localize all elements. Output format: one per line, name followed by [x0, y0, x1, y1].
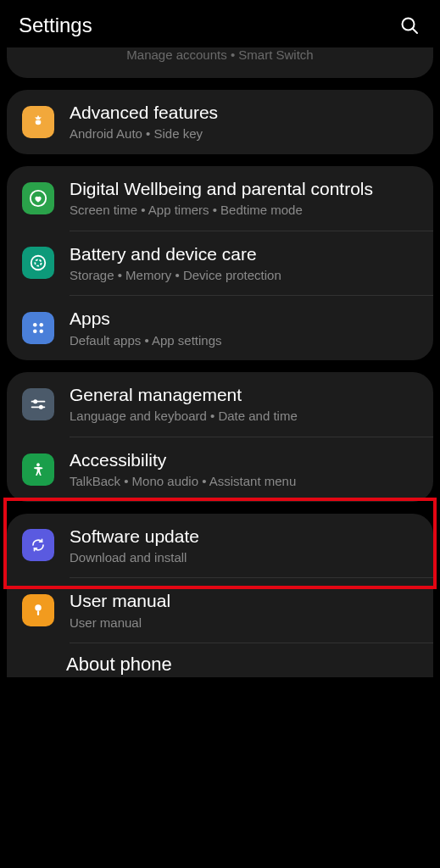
text-col: Digital Wellbeing and parental controls …	[70, 178, 418, 219]
apps-icon	[22, 312, 54, 344]
row-subtitle: Default apps • App settings	[70, 332, 418, 349]
row-title: General management	[70, 384, 418, 406]
text-col: Software update Download and install	[70, 526, 418, 566]
row-title: Software update	[70, 526, 418, 548]
row-subtitle: Download and install	[70, 549, 418, 566]
row-title: Accessibility	[70, 449, 418, 471]
row-title: Advanced features	[70, 102, 418, 124]
general-management-icon	[22, 388, 54, 420]
svg-point-13	[40, 406, 42, 409]
row-apps[interactable]: Apps Default apps • App settings	[7, 296, 433, 360]
svg-point-14	[36, 463, 40, 466]
svg-point-7	[40, 323, 44, 327]
svg-point-5	[35, 260, 41, 266]
text-col: General management Language and keyboard…	[70, 384, 418, 425]
svg-rect-16	[37, 611, 39, 615]
settings-list: Manage accounts • Smart Switch Advanced …	[0, 47, 440, 677]
row-subtitle: Screen time • App timers • Bedtime mode	[70, 202, 418, 219]
svg-point-9	[40, 330, 44, 334]
row-software-update[interactable]: Software update Download and install	[7, 514, 433, 578]
group-device: Digital Wellbeing and parental controls …	[7, 166, 433, 360]
accessibility-icon	[22, 453, 54, 486]
svg-point-2	[36, 120, 41, 124]
svg-point-4	[31, 256, 46, 270]
row-title: Apps	[70, 308, 418, 330]
text-col: Advanced features Android Auto • Side ke…	[70, 102, 418, 142]
header: Settings	[0, 0, 440, 47]
text-col: Battery and device care Storage • Memory…	[70, 243, 418, 284]
svg-point-12	[34, 400, 36, 403]
row-subtitle: User manual	[70, 615, 418, 632]
group-system: Software update Download and install Use…	[7, 514, 433, 678]
row-about-phone-partial[interactable]: About phone	[7, 643, 433, 677]
group-general: General management Language and keyboard…	[7, 372, 433, 502]
search-button[interactable]	[398, 14, 421, 37]
row-subtitle: Storage • Memory • Device protection	[70, 267, 418, 284]
svg-point-8	[33, 330, 37, 334]
svg-line-1	[413, 29, 418, 34]
row-title: User manual	[70, 590, 418, 612]
text-col: User manual User manual	[70, 590, 418, 631]
row-title: Digital Wellbeing and parental controls	[70, 178, 418, 200]
svg-point-15	[35, 604, 42, 611]
software-update-icon	[22, 529, 54, 561]
row-digital-wellbeing[interactable]: Digital Wellbeing and parental controls …	[7, 166, 433, 231]
group-accounts-partial: Manage accounts • Smart Switch	[7, 47, 433, 78]
row-general-management[interactable]: General management Language and keyboard…	[7, 372, 433, 437]
group-advanced: Advanced features Android Auto • Side ke…	[7, 90, 433, 154]
row-battery-device-care[interactable]: Battery and device care Storage • Memory…	[7, 231, 433, 296]
row-subtitle: TalkBack • Mono audio • Assistant menu	[70, 473, 418, 490]
row-title: Battery and device care	[70, 243, 418, 265]
page-title: Settings	[19, 14, 92, 37]
row-accessibility[interactable]: Accessibility TalkBack • Mono audio • As…	[7, 437, 433, 502]
wellbeing-icon	[22, 182, 54, 214]
row-advanced-features[interactable]: Advanced features Android Auto • Side ke…	[7, 90, 433, 154]
partial-subtitle: Manage accounts • Smart Switch	[7, 47, 433, 78]
row-subtitle: Android Auto • Side key	[70, 125, 418, 142]
row-subtitle: Language and keyboard • Date and time	[70, 408, 418, 425]
text-col: Apps Default apps • App settings	[70, 308, 418, 348]
advanced-icon	[22, 106, 54, 138]
text-col: Accessibility TalkBack • Mono audio • As…	[70, 449, 418, 490]
row-user-manual[interactable]: User manual User manual	[7, 578, 433, 643]
search-icon	[399, 15, 420, 36]
svg-point-6	[33, 323, 37, 327]
user-manual-icon	[22, 594, 54, 626]
battery-icon	[22, 247, 54, 279]
